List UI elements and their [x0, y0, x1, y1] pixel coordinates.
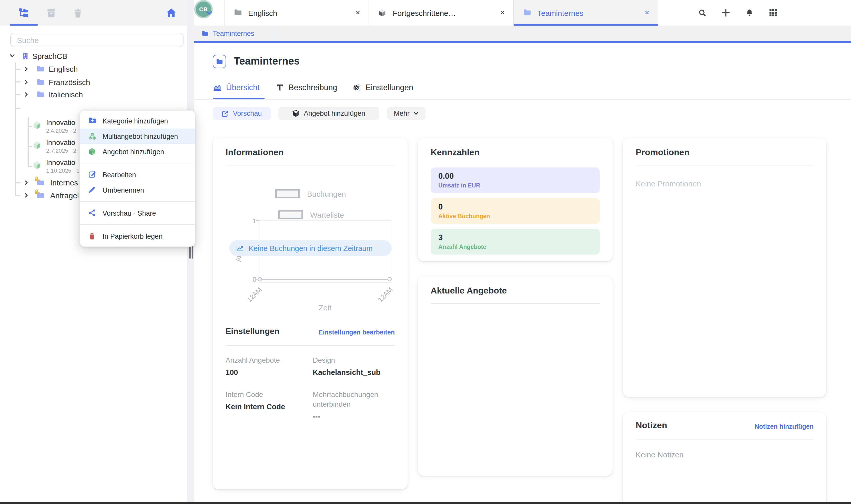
empty-chart-message: Keine Buchungen in diesem Zeitraum — [229, 240, 392, 256]
panel-resize-handle[interactable] — [187, 0, 194, 504]
folder-icon — [234, 9, 242, 17]
stat-label: Umsatz in EUR — [438, 182, 600, 188]
legend-swatch — [278, 210, 303, 219]
legend-warteliste[interactable]: Warteliste — [278, 210, 344, 219]
tree-line — [28, 146, 32, 147]
active-tab-indicator — [213, 98, 264, 100]
divider — [636, 439, 814, 439]
menu-item-umbenennen[interactable]: Umbenennen — [80, 182, 195, 198]
tab-uebersicht[interactable]: Übersicht — [213, 80, 260, 95]
tree-offer-1[interactable]: Innovatio 2.4.2025 - 2 — [33, 118, 76, 134]
tree-offer-2[interactable]: Innovatio 2.7.2025 - 2 — [33, 138, 76, 154]
field-design: Design Kachelansicht_sub — [313, 356, 395, 376]
preview-button[interactable]: Vorschau — [213, 107, 271, 120]
tree-item-label: Italienisch — [49, 90, 83, 98]
add-note-link[interactable]: Notizen hinzufügen — [754, 423, 814, 430]
menu-item-angebot-hinzufuegen[interactable]: Angebot hinzufügen — [80, 144, 195, 159]
add-icon[interactable] — [722, 9, 730, 17]
search-input[interactable] — [10, 33, 184, 47]
tab-teaminternes-active[interactable]: Teaminternes ✕ — [514, 0, 658, 25]
close-icon[interactable]: ✕ — [644, 9, 649, 16]
tree-line — [28, 166, 32, 167]
tick-mark — [256, 220, 259, 221]
stat-label: Aktive Buchungen — [438, 213, 600, 219]
lock-icon — [34, 189, 39, 194]
menu-item-label: In Papierkorb legen — [103, 232, 162, 240]
tree-item-franzoesisch[interactable]: Französisch — [23, 76, 90, 88]
stat-value: 0 — [438, 202, 600, 212]
field-mehrfachbuchungen: Mehrfachbuchungen unterbinden --- — [313, 390, 395, 420]
tab-beschreibung[interactable]: Beschreibung — [276, 80, 337, 95]
stat-aktive-buchungen: 0 Aktive Buchungen — [431, 198, 600, 224]
menu-divider — [80, 163, 195, 163]
more-button[interactable]: Mehr — [387, 107, 426, 120]
tree-item-anfragel[interactable]: Anfragel — [23, 189, 79, 201]
tree-offer-3[interactable]: Innovatio 1.10.2025 - 1 — [33, 158, 80, 174]
tab-label: Teaminternes — [537, 8, 584, 17]
tree-item-italienisch[interactable]: Italienisch — [23, 88, 83, 101]
main-area: Englisch ✕ Fortgeschrittene… ✕ Teaminter… — [194, 0, 851, 504]
gear-icon — [353, 84, 361, 92]
stat-list: 0.00 Umsatz in EUR 0 Aktive Buchungen 3 … — [431, 167, 600, 260]
stat-anzahl-angebote: 3 Anzahl Angebote — [431, 229, 600, 255]
button-label: Angebot hinzufügen — [304, 110, 365, 117]
field-value: Kachelansicht_sub — [313, 368, 395, 376]
folder-icon — [36, 65, 45, 72]
add-offer-button[interactable]: Angebot hinzufügen — [278, 107, 379, 120]
folder-plus-icon — [88, 117, 97, 125]
chevron-down-icon[interactable] — [205, 9, 213, 17]
tree-line — [15, 82, 20, 82]
menu-item-label: Angebot hinzufügen — [103, 148, 164, 156]
menu-item-kategorie-hinzufuegen[interactable]: Kategorie hinzufügen — [80, 113, 195, 129]
notifications-bell-icon[interactable] — [745, 9, 753, 17]
tab-englisch[interactable]: Englisch ✕ — [224, 0, 369, 25]
text-icon — [276, 84, 284, 92]
tree-item-internes[interactable]: Internes — [23, 176, 78, 188]
archive-icon[interactable] — [46, 8, 56, 18]
stat-umsatz: 0.00 Umsatz in EUR — [431, 167, 600, 193]
tree-line — [28, 117, 29, 166]
lock-icon — [34, 176, 39, 182]
tree-line — [28, 126, 32, 127]
window-bottom-edge — [0, 502, 851, 504]
field-label: Anzahl Angebote — [226, 356, 313, 365]
stat-label: Anzahl Angebote — [438, 244, 600, 250]
menu-item-bearbeiten[interactable]: Bearbeiten — [80, 167, 195, 182]
tree-root-sprachcb[interactable]: SprachCB — [9, 50, 67, 62]
offer-date: 2.4.2025 - 2 — [46, 128, 76, 134]
settings-section-title: Einstellungen — [226, 327, 279, 336]
menu-item-in-papierkorb-legen[interactable]: In Papierkorb legen — [80, 229, 195, 244]
tree-root-label: SprachCB — [32, 52, 67, 60]
chart-point — [387, 277, 392, 281]
home-icon[interactable] — [166, 8, 176, 18]
breadcrumb-item-teaminternes[interactable]: Teaminternes — [194, 25, 273, 41]
divider — [636, 165, 814, 165]
menu-item-label: Vorschau - Share — [103, 209, 156, 217]
tree-line — [15, 182, 20, 183]
offer-cube-icon — [33, 161, 41, 169]
close-icon[interactable]: ✕ — [355, 9, 360, 16]
menu-item-multiangebot-hinzufuegen[interactable]: Multiangebot hinzufügen — [80, 129, 195, 144]
tab-label: Englisch — [248, 8, 277, 17]
offer-name: Innovatio — [46, 118, 76, 127]
apps-grid-icon[interactable] — [769, 9, 777, 17]
y-tick: 0 — [244, 275, 256, 283]
legend-buchungen[interactable]: Buchungen — [275, 189, 346, 198]
edit-settings-link[interactable]: Einstellungen bearbeiten — [318, 329, 395, 336]
tab-einstellungen[interactable]: Einstellungen — [353, 80, 413, 95]
tree-item-label: Englisch — [49, 64, 78, 73]
close-icon[interactable]: ✕ — [500, 9, 505, 16]
tab-bar: Englisch ✕ Fortgeschrittene… ✕ Teaminter… — [194, 0, 851, 25]
cubes-icon — [88, 132, 97, 140]
tab-fortgeschrittene[interactable]: Fortgeschrittene… ✕ — [369, 0, 514, 25]
legend-label: Warteliste — [310, 210, 344, 219]
search-icon[interactable] — [698, 9, 707, 17]
menu-item-vorschau-share[interactable]: Vorschau - Share — [80, 205, 195, 221]
chevron-down-icon — [413, 111, 419, 116]
chevron-right-icon — [23, 180, 29, 185]
folder-tree-icon[interactable] — [18, 8, 29, 18]
trash-icon[interactable] — [73, 8, 83, 18]
field-anzahl-angebote: Anzahl Angebote 100 — [226, 356, 313, 376]
divider — [226, 345, 395, 346]
tree-item-englisch[interactable]: Englisch — [23, 62, 78, 75]
